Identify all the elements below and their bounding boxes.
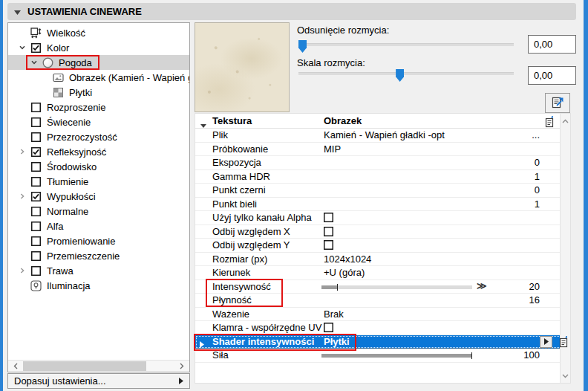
checkbox-icon[interactable] (324, 323, 333, 332)
fit-settings-label: Dopasuj ustawienia... (14, 375, 106, 387)
checkbox-icon[interactable] (29, 251, 42, 261)
scrollbar-thumb[interactable] (23, 361, 146, 371)
row-label: Plik (212, 129, 228, 140)
table-row-wazenie[interactable]: WażenieBrak (195, 308, 561, 322)
table-header-row[interactable]: Tekstura Obrazek (195, 114, 561, 129)
tree-item-przemieszczenie[interactable]: Przemieszczenie (8, 248, 189, 263)
checkbox-icon[interactable] (29, 162, 42, 172)
tree-item-wielkosc[interactable]: Wielkość (8, 25, 189, 40)
checkbox-icon[interactable] (324, 227, 333, 236)
checkbox-icon[interactable] (29, 236, 42, 246)
table-row-uzyj-alpha[interactable]: Użyj tylko kanału Alpha (195, 211, 561, 225)
checkbox-icon[interactable] (29, 177, 42, 187)
tree-item-wypuklosci[interactable]: Wypukłości (8, 189, 189, 204)
texture-preview (195, 22, 290, 112)
chevron-down-icon[interactable] (27, 59, 41, 66)
tree-item-iluminacja[interactable]: Iluminacja (8, 278, 189, 293)
chevron-right-icon[interactable] (16, 193, 29, 200)
scroll-left-icon[interactable] (10, 361, 22, 372)
row-slider[interactable] (321, 285, 472, 289)
row-number-value: 0 (535, 157, 540, 168)
tree-item-plytki[interactable]: Płytki (8, 85, 189, 100)
row-options-button[interactable] (540, 336, 552, 348)
checkbox-icon[interactable] (29, 132, 42, 142)
tree-item-rozproszenie[interactable]: Rozproszenie (8, 100, 189, 114)
table-row-plik[interactable]: PlikKamień - Wapień gładki -opt... (195, 129, 561, 143)
tree-item-swiecenie[interactable]: Świecenie (8, 114, 189, 129)
table-row-sila[interactable]: Siła100 (195, 349, 561, 363)
row-slider[interactable] (321, 354, 472, 358)
transfer-settings-button[interactable] (545, 93, 570, 113)
checkbox-icon[interactable] (29, 222, 42, 231)
table-row-odbij-x[interactable]: Odbij względem X (195, 225, 561, 239)
checkbox-checked-icon[interactable] (29, 43, 42, 53)
checkbox-checked-icon[interactable] (29, 147, 42, 157)
row-number-value: 100 (523, 349, 540, 361)
row-label: Punkt czerni (212, 184, 266, 196)
checkbox-icon[interactable] (29, 103, 42, 112)
tree-item-alfa[interactable]: Alfa (8, 219, 189, 233)
table-row-punkt-bieli[interactable]: Punkt bieli1 (195, 198, 561, 212)
table-row-shader-intensywnosci[interactable]: Shader intensywnościPłytki (195, 335, 561, 349)
scroll-up-icon[interactable] (561, 115, 570, 126)
table-row-odbij-y[interactable]: Odbij względem Y (195, 239, 561, 253)
tree-item-promieniowanie[interactable]: Promieniowanie (8, 233, 189, 248)
tree-item-label: Wypukłości (47, 191, 99, 202)
tree-item-label: Kolor (47, 42, 72, 54)
tree-item-kolor[interactable]: Kolor (8, 40, 189, 55)
table-row-ekspozycja[interactable]: Ekspozycja0 (195, 156, 561, 170)
blur-offset-slider-thumb[interactable] (298, 40, 307, 53)
chevron-right-icon[interactable] (16, 148, 29, 155)
table-row-intensywnosc[interactable]: Intensywność≫20 (195, 280, 561, 294)
doc-arrow-down-icon[interactable] (542, 114, 555, 130)
fit-settings-button[interactable]: Dopasuj ustawienia... (7, 373, 190, 389)
doc-arrow-up-icon (551, 95, 565, 112)
tree-item-obrazek[interactable]: Obrazek (Kamień - Wapień gładki -opt (8, 70, 189, 85)
blur-offset-input[interactable]: 0,00 (528, 35, 576, 54)
checkbox-icon[interactable] (324, 240, 333, 250)
tree-item-label: Rozproszenie (47, 102, 109, 113)
tiles-icon (51, 88, 65, 97)
row-slider-fill (321, 354, 472, 358)
doc-arrow-down-icon[interactable] (556, 335, 569, 350)
tree-item-trawa[interactable]: Trawa (8, 263, 189, 278)
row-number-value: 0 (535, 184, 540, 196)
table-header-image: Obrazek (324, 115, 362, 126)
checkbox-icon[interactable] (29, 266, 42, 276)
checkbox-checked-icon[interactable] (29, 192, 42, 201)
table-row-kierunek[interactable]: Kierunek+U (góra) (195, 266, 561, 280)
tree-horizontal-scrollbar[interactable] (8, 360, 189, 372)
panel-title: USTAWIENIA CINEWARE (27, 6, 142, 17)
table-row-probkowanie[interactable]: PróbkowanieMIP (195, 143, 561, 157)
tree-item-label: Trawa (47, 265, 76, 277)
slider-chevron-icon[interactable]: ≫ (477, 280, 487, 291)
tree-item-refleksyjnosc[interactable]: Refleksyjność (8, 144, 189, 159)
blur-scale-slider[interactable] (298, 72, 514, 75)
scroll-right-icon[interactable] (176, 361, 188, 372)
browse-button[interactable]: ... (532, 129, 540, 140)
table-row-gamma-hdr[interactable]: Gamma HDR1 (195, 170, 561, 184)
tree-item-przezroczystosc[interactable]: Przezroczystość (8, 129, 189, 144)
checkbox-icon[interactable] (324, 213, 333, 222)
row-label: Odbij względem X (212, 226, 290, 237)
table-row-plynnosc[interactable]: Płynność16 (195, 294, 561, 308)
tree-item-tlumienie[interactable]: Tłumienie (8, 174, 189, 189)
row-label: Punkt bieli (212, 198, 257, 210)
chevron-right-icon[interactable] (16, 267, 29, 274)
tree-item-srodowisko[interactable]: Środowisko (8, 159, 189, 174)
blur-scale-slider-thumb[interactable] (396, 69, 404, 82)
chevron-down-icon[interactable] (16, 44, 29, 51)
tree-item-pogoda[interactable]: Pogoda (8, 55, 189, 70)
blur-offset-slider[interactable] (298, 43, 514, 46)
table-row-klamra[interactable]: Klamra - współrzędne UV (195, 321, 561, 335)
table-row-rozmiar[interactable]: Rozmiar (px)1024x1024 (195, 253, 561, 267)
tree-item-normalne[interactable]: Normalne (8, 204, 189, 219)
collapse-triangle-icon[interactable] (14, 6, 21, 17)
table-row-punkt-czerni[interactable]: Punkt czerni0 (195, 184, 561, 198)
scroll-down-icon[interactable] (561, 370, 570, 381)
checkbox-icon[interactable] (29, 117, 42, 127)
checkbox-icon[interactable] (29, 207, 42, 216)
row-label: Użyj tylko kanału Alpha (212, 212, 312, 223)
row-value: +U (góra) (324, 267, 365, 278)
blur-scale-input[interactable]: 0,00 (528, 66, 576, 85)
